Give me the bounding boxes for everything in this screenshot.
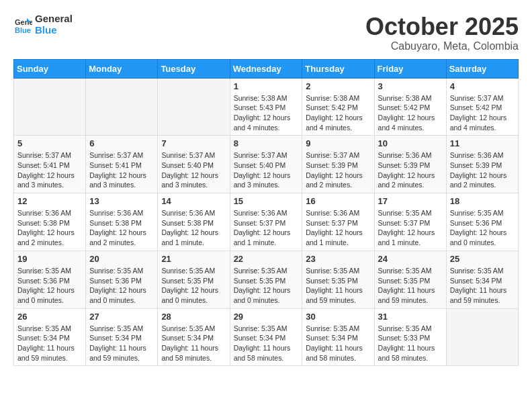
- header-monday: Monday: [86, 59, 158, 78]
- day-info: Sunrise: 5:35 AM Sunset: 5:35 PM Dayligh…: [161, 266, 226, 306]
- day-info: Sunrise: 5:35 AM Sunset: 5:34 PM Dayligh…: [17, 324, 82, 363]
- calendar-cell: 22Sunrise: 5:35 AM Sunset: 5:35 PM Dayli…: [230, 250, 302, 308]
- header-saturday: Saturday: [446, 59, 518, 78]
- calendar-cell: 3Sunrise: 5:38 AM Sunset: 5:42 PM Daylig…: [374, 78, 446, 136]
- day-number: 5: [17, 138, 82, 148]
- header-sunday: Sunday: [14, 59, 86, 78]
- calendar-cell: 5Sunrise: 5:37 AM Sunset: 5:41 PM Daylig…: [14, 136, 86, 193]
- day-number: 9: [306, 138, 370, 148]
- calendar-cell: 31Sunrise: 5:35 AM Sunset: 5:33 PM Dayli…: [374, 308, 446, 366]
- day-number: 29: [234, 312, 299, 322]
- day-info: Sunrise: 5:36 AM Sunset: 5:37 PM Dayligh…: [306, 208, 370, 248]
- calendar-cell: 23Sunrise: 5:35 AM Sunset: 5:35 PM Dayli…: [302, 250, 374, 308]
- day-info: Sunrise: 5:35 AM Sunset: 5:34 PM Dayligh…: [450, 266, 515, 306]
- day-number: 14: [161, 196, 226, 206]
- day-number: 30: [306, 312, 370, 322]
- day-info: Sunrise: 5:37 AM Sunset: 5:39 PM Dayligh…: [306, 150, 370, 190]
- day-number: 18: [450, 196, 515, 206]
- calendar-week-2: 12Sunrise: 5:36 AM Sunset: 5:38 PM Dayli…: [14, 193, 519, 251]
- header-tuesday: Tuesday: [158, 59, 230, 78]
- day-info: Sunrise: 5:36 AM Sunset: 5:38 PM Dayligh…: [17, 208, 82, 248]
- day-info: Sunrise: 5:35 AM Sunset: 5:37 PM Dayligh…: [378, 208, 443, 248]
- calendar-cell: 28Sunrise: 5:35 AM Sunset: 5:34 PM Dayli…: [158, 308, 230, 366]
- day-number: 27: [89, 312, 154, 322]
- calendar-cell: 4Sunrise: 5:37 AM Sunset: 5:42 PM Daylig…: [446, 78, 518, 136]
- day-info: Sunrise: 5:35 AM Sunset: 5:34 PM Dayligh…: [234, 324, 299, 363]
- day-number: 20: [89, 254, 154, 264]
- calendar-cell: 12Sunrise: 5:36 AM Sunset: 5:38 PM Dayli…: [14, 193, 86, 251]
- calendar-cell: 29Sunrise: 5:35 AM Sunset: 5:34 PM Dayli…: [230, 308, 302, 366]
- calendar-cell: 6Sunrise: 5:37 AM Sunset: 5:41 PM Daylig…: [86, 136, 158, 193]
- day-number: 3: [378, 81, 443, 91]
- header-thursday: Thursday: [302, 59, 374, 78]
- calendar-week-4: 26Sunrise: 5:35 AM Sunset: 5:34 PM Dayli…: [14, 308, 519, 366]
- calendar-cell: [14, 78, 86, 136]
- day-info: Sunrise: 5:38 AM Sunset: 5:42 PM Dayligh…: [378, 93, 443, 133]
- day-number: 25: [450, 254, 515, 264]
- header-wednesday: Wednesday: [230, 59, 302, 78]
- day-info: Sunrise: 5:36 AM Sunset: 5:38 PM Dayligh…: [89, 208, 154, 248]
- calendar-cell: 30Sunrise: 5:35 AM Sunset: 5:34 PM Dayli…: [302, 308, 374, 366]
- calendar-cell: 15Sunrise: 5:36 AM Sunset: 5:37 PM Dayli…: [230, 193, 302, 251]
- day-info: Sunrise: 5:35 AM Sunset: 5:33 PM Dayligh…: [378, 324, 443, 363]
- day-number: 16: [306, 196, 370, 206]
- calendar-title: October 2025: [365, 13, 519, 40]
- header: General Blue General Blue October 2025 C…: [13, 13, 519, 52]
- calendar-cell: 26Sunrise: 5:35 AM Sunset: 5:34 PM Dayli…: [14, 308, 86, 366]
- day-info: Sunrise: 5:35 AM Sunset: 5:34 PM Dayligh…: [89, 324, 154, 363]
- title-area: October 2025 Cabuyaro, Meta, Colombia: [365, 13, 519, 52]
- calendar-cell: 7Sunrise: 5:37 AM Sunset: 5:40 PM Daylig…: [158, 136, 230, 193]
- calendar-cell: 25Sunrise: 5:35 AM Sunset: 5:34 PM Dayli…: [446, 250, 518, 308]
- calendar-table: Sunday Monday Tuesday Wednesday Thursday…: [13, 59, 519, 367]
- calendar-cell: [158, 78, 230, 136]
- day-number: 23: [306, 254, 370, 264]
- day-info: Sunrise: 5:35 AM Sunset: 5:35 PM Dayligh…: [378, 266, 443, 306]
- logo-line2: Blue: [35, 25, 73, 36]
- calendar-header-row: Sunday Monday Tuesday Wednesday Thursday…: [14, 59, 519, 78]
- calendar-cell: 11Sunrise: 5:36 AM Sunset: 5:39 PM Dayli…: [446, 136, 518, 193]
- day-number: 10: [378, 138, 443, 148]
- day-info: Sunrise: 5:36 AM Sunset: 5:38 PM Dayligh…: [161, 208, 226, 248]
- day-number: 17: [378, 196, 443, 206]
- calendar-cell: 14Sunrise: 5:36 AM Sunset: 5:38 PM Dayli…: [158, 193, 230, 251]
- day-number: 28: [161, 312, 226, 322]
- calendar-week-3: 19Sunrise: 5:35 AM Sunset: 5:36 PM Dayli…: [14, 250, 519, 308]
- day-number: 26: [17, 312, 82, 322]
- day-info: Sunrise: 5:37 AM Sunset: 5:41 PM Dayligh…: [89, 150, 154, 190]
- logo-line1: General: [35, 13, 73, 25]
- day-info: Sunrise: 5:37 AM Sunset: 5:40 PM Dayligh…: [161, 150, 226, 190]
- day-info: Sunrise: 5:37 AM Sunset: 5:41 PM Dayligh…: [17, 150, 82, 190]
- day-number: 7: [161, 138, 226, 148]
- calendar-cell: 13Sunrise: 5:36 AM Sunset: 5:38 PM Dayli…: [86, 193, 158, 251]
- calendar-week-0: 1Sunrise: 5:38 AM Sunset: 5:43 PM Daylig…: [14, 78, 519, 136]
- calendar-cell: 1Sunrise: 5:38 AM Sunset: 5:43 PM Daylig…: [230, 78, 302, 136]
- svg-text:Blue: Blue: [15, 26, 31, 34]
- logo-icon: General Blue: [13, 15, 32, 34]
- day-info: Sunrise: 5:35 AM Sunset: 5:34 PM Dayligh…: [306, 324, 370, 363]
- day-info: Sunrise: 5:35 AM Sunset: 5:34 PM Dayligh…: [161, 324, 226, 363]
- day-number: 22: [234, 254, 299, 264]
- day-number: 13: [89, 196, 154, 206]
- day-info: Sunrise: 5:37 AM Sunset: 5:40 PM Dayligh…: [234, 150, 299, 190]
- calendar-cell: 2Sunrise: 5:38 AM Sunset: 5:42 PM Daylig…: [302, 78, 374, 136]
- day-info: Sunrise: 5:36 AM Sunset: 5:39 PM Dayligh…: [450, 150, 515, 190]
- calendar-cell: 19Sunrise: 5:35 AM Sunset: 5:36 PM Dayli…: [14, 250, 86, 308]
- day-number: 19: [17, 254, 82, 264]
- logo: General Blue General Blue: [13, 13, 73, 36]
- calendar-cell: 16Sunrise: 5:36 AM Sunset: 5:37 PM Dayli…: [302, 193, 374, 251]
- calendar-cell: 20Sunrise: 5:35 AM Sunset: 5:36 PM Dayli…: [86, 250, 158, 308]
- calendar-cell: 17Sunrise: 5:35 AM Sunset: 5:37 PM Dayli…: [374, 193, 446, 251]
- day-number: 24: [378, 254, 443, 264]
- day-number: 2: [306, 81, 370, 91]
- day-info: Sunrise: 5:36 AM Sunset: 5:39 PM Dayligh…: [378, 150, 443, 190]
- day-info: Sunrise: 5:35 AM Sunset: 5:35 PM Dayligh…: [306, 266, 370, 306]
- calendar-cell: 18Sunrise: 5:35 AM Sunset: 5:36 PM Dayli…: [446, 193, 518, 251]
- day-number: 12: [17, 196, 82, 206]
- day-number: 31: [378, 312, 443, 322]
- day-number: 4: [450, 81, 515, 91]
- day-number: 15: [234, 196, 299, 206]
- day-number: 8: [234, 138, 299, 148]
- calendar-cell: 10Sunrise: 5:36 AM Sunset: 5:39 PM Dayli…: [374, 136, 446, 193]
- day-number: 1: [234, 81, 299, 91]
- day-info: Sunrise: 5:35 AM Sunset: 5:36 PM Dayligh…: [89, 266, 154, 306]
